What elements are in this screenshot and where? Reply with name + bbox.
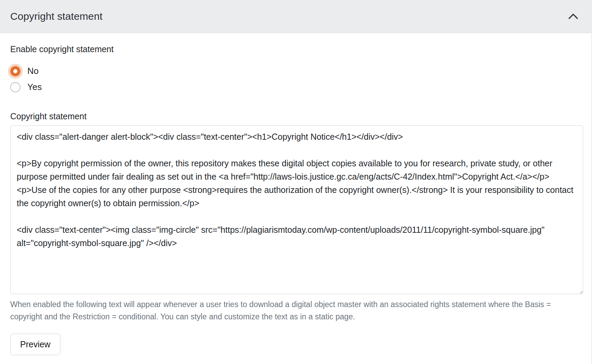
radio-option-no[interactable]: No <box>10 63 39 79</box>
radio-option-yes[interactable]: Yes <box>10 79 42 95</box>
copyright-statement-textarea[interactable]: <div class="alert-danger alert-block"><d… <box>10 125 583 294</box>
enable-copyright-radio-group: No Yes <box>10 63 581 95</box>
panel-body: Enable copyright statement No Yes Copyri… <box>0 33 591 355</box>
panel-header: Copyright statement <box>0 0 591 33</box>
copyright-statement-label: Copyright statement <box>10 110 581 122</box>
radio-no-input[interactable] <box>10 66 20 76</box>
chevron-up-icon <box>568 12 578 20</box>
collapse-toggle-button[interactable] <box>566 10 580 22</box>
preview-button[interactable]: Preview <box>10 334 60 355</box>
copyright-statement-help-text: When enabled the following text will app… <box>10 298 563 323</box>
radio-yes-input[interactable] <box>10 82 20 92</box>
panel-title: Copyright statement <box>10 11 102 22</box>
radio-no-label: No <box>27 66 39 76</box>
radio-yes-label: Yes <box>27 82 42 92</box>
enable-copyright-label: Enable copyright statement <box>10 43 581 55</box>
copyright-statement-panel: Copyright statement Enable copyright sta… <box>0 0 592 364</box>
